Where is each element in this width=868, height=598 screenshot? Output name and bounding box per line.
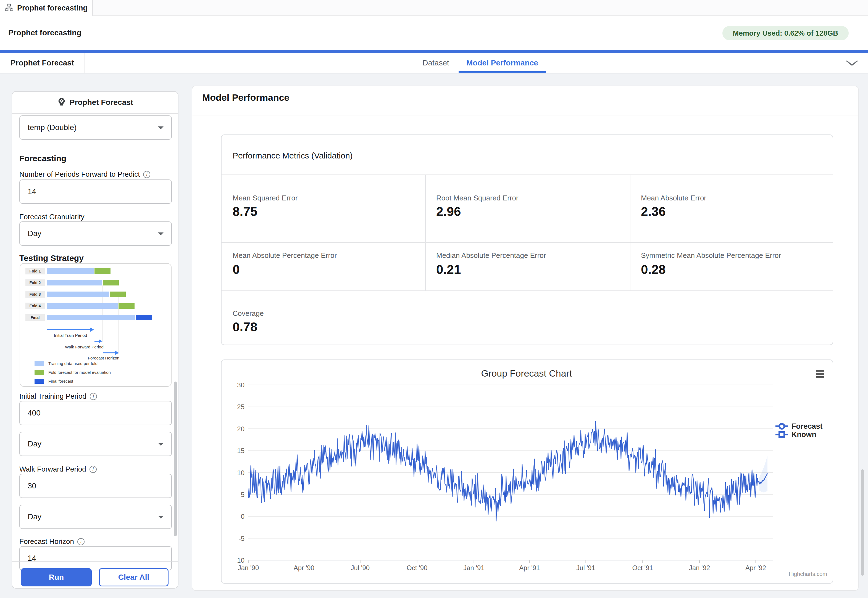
window-scrollbar[interactable] bbox=[861, 469, 864, 576]
chart-legend[interactable]: Forecast Known bbox=[775, 422, 823, 439]
row-divider bbox=[222, 175, 833, 175]
prophet-head-icon bbox=[57, 97, 66, 108]
svg-text:Fold forecast for model evalua: Fold forecast for model evaluation bbox=[48, 370, 111, 375]
metric-value: 2.96 bbox=[436, 204, 461, 219]
metric-label: Mean Absolute Percentage Error bbox=[232, 251, 337, 260]
highcharts-credit: Highcharts.com bbox=[789, 571, 827, 577]
target-column-select[interactable]: temp (Double) bbox=[19, 115, 172, 140]
svg-text:Oct '91: Oct '91 bbox=[633, 564, 653, 571]
sidebar-scrollbar[interactable] bbox=[174, 381, 177, 536]
metric-label: Root Mean Squared Error bbox=[436, 194, 519, 202]
select-arrow-icon bbox=[158, 232, 163, 238]
hamburger-menu-icon[interactable] bbox=[816, 370, 825, 378]
walk-forward-unit-select[interactable]: Day bbox=[19, 505, 172, 529]
svg-text:Jan '90: Jan '90 bbox=[238, 564, 259, 571]
recipe-tab[interactable]: Prophet Forecast bbox=[0, 53, 85, 73]
sidebar-header: Prophet Forecast bbox=[12, 92, 178, 114]
info-icon[interactable]: i bbox=[143, 171, 150, 178]
info-icon[interactable]: i bbox=[90, 466, 97, 473]
clear-all-button[interactable]: Clear All bbox=[99, 568, 168, 586]
chart-title: Group Forecast Chart bbox=[481, 368, 572, 378]
page-title: Model Performance bbox=[202, 92, 289, 103]
walk-forward-label: Walk Forward Periodi bbox=[19, 465, 97, 474]
legend-known: Known bbox=[792, 431, 816, 439]
periods-input[interactable]: 14 bbox=[19, 179, 172, 204]
svg-text:Final forecast: Final forecast bbox=[48, 379, 73, 383]
svg-text:Oct '90: Oct '90 bbox=[407, 564, 427, 571]
initial-training-label: Initial Training Periodi bbox=[19, 392, 97, 401]
tab-model-performance[interactable]: Model Performance bbox=[459, 53, 546, 73]
accent-bar bbox=[0, 50, 868, 53]
app-tab[interactable]: Prophet forecasting bbox=[0, 0, 93, 16]
svg-text:Jan '91: Jan '91 bbox=[463, 564, 484, 571]
main-panel: Model Performance Performance Metrics (V… bbox=[192, 85, 859, 591]
granularity-select[interactable]: Day bbox=[19, 221, 172, 246]
svg-text:Fold 3: Fold 3 bbox=[29, 292, 40, 296]
select-arrow-icon bbox=[158, 126, 163, 132]
flow-icon bbox=[5, 4, 13, 12]
active-tab-underline bbox=[459, 71, 546, 73]
run-button[interactable]: Run bbox=[21, 568, 92, 586]
svg-text:Forecast Horizon: Forecast Horizon bbox=[88, 356, 119, 360]
svg-text:Initial Train Period: Initial Train Period bbox=[54, 333, 87, 338]
svg-text:Training data used per fold: Training data used per fold bbox=[48, 361, 97, 366]
svg-text:Fold 2: Fold 2 bbox=[29, 281, 40, 285]
svg-text:Final: Final bbox=[31, 315, 40, 320]
svg-text:Apr '92: Apr '92 bbox=[745, 564, 766, 571]
testing-strategy-heading: Testing Strategy bbox=[19, 253, 84, 263]
metric-label: Coverage bbox=[232, 309, 264, 318]
diagram-legend: Training data used per fold Fold forecas… bbox=[34, 361, 111, 384]
target-column-value: temp (Double) bbox=[28, 123, 76, 132]
chevron-down-icon[interactable] bbox=[846, 60, 858, 67]
svg-text:-5: -5 bbox=[239, 535, 244, 542]
forecasting-heading: Forecasting bbox=[19, 154, 66, 163]
info-icon[interactable]: i bbox=[90, 393, 97, 400]
metrics-card-title: Performance Metrics (Validation) bbox=[232, 151, 353, 160]
tab-dataset[interactable]: Dataset bbox=[416, 53, 456, 73]
svg-text:5: 5 bbox=[241, 491, 244, 498]
svg-text:Walk Forward Period: Walk Forward Period bbox=[65, 345, 103, 349]
heading-divider bbox=[192, 115, 858, 115]
fold-bars bbox=[47, 268, 152, 320]
walk-forward-input[interactable]: 30 bbox=[19, 474, 172, 498]
col-divider bbox=[425, 175, 426, 290]
horizon-label: Forecast Horizoni bbox=[19, 537, 84, 546]
metric-label: Median Absolute Percentage Error bbox=[436, 251, 546, 260]
svg-text:25: 25 bbox=[237, 403, 244, 411]
testing-strategy-diagram: Fold 1 Fold 2 Fold 3 Fold 4 Final Initia… bbox=[19, 263, 172, 387]
svg-text:-10: -10 bbox=[235, 556, 244, 564]
granularity-label: Forecast Granularity bbox=[19, 212, 84, 221]
app-root: Prophet forecasting + Prophet forecastin… bbox=[0, 0, 868, 598]
metric-label: Symmetric Mean Absolute Percentage Error bbox=[641, 251, 781, 260]
row-divider bbox=[222, 242, 833, 243]
info-icon[interactable]: i bbox=[77, 538, 84, 545]
row-divider bbox=[222, 290, 833, 291]
metric-value: 0.78 bbox=[232, 320, 258, 334]
svg-text:Fold 1: Fold 1 bbox=[29, 269, 40, 273]
metric-value: 0.28 bbox=[641, 262, 666, 277]
svg-text:Jul '90: Jul '90 bbox=[351, 564, 370, 571]
config-sidebar: Prophet Forecast temp (Double) Forecasti… bbox=[12, 91, 178, 589]
metric-value: 0.21 bbox=[436, 262, 461, 277]
nav-row: Prophet Forecast Dataset Model Performan… bbox=[0, 53, 868, 73]
metric-value: 0 bbox=[232, 262, 240, 277]
svg-text:30: 30 bbox=[237, 381, 244, 389]
app-tab-title: Prophet forecasting bbox=[17, 4, 88, 12]
svg-text:Fold 4: Fold 4 bbox=[29, 304, 40, 308]
metric-label: Mean Absolute Error bbox=[641, 194, 706, 202]
button-divider bbox=[12, 561, 178, 562]
title-bar: Prophet forecasting Memory Used: 0.62% o… bbox=[0, 16, 868, 50]
svg-text:10: 10 bbox=[237, 469, 244, 477]
forecast-chart-card: Group Forecast Chart 302520151050-5-10Ja… bbox=[221, 359, 833, 584]
svg-text:Jul '91: Jul '91 bbox=[576, 564, 595, 571]
group-forecast-chart: Group Forecast Chart 302520151050-5-10Ja… bbox=[222, 360, 833, 583]
metric-label: Mean Squared Error bbox=[232, 194, 298, 202]
periods-label: Number of Periods Forward to Predicti bbox=[19, 170, 150, 179]
initial-training-unit-select[interactable]: Day bbox=[19, 432, 172, 456]
svg-text:Apr '90: Apr '90 bbox=[294, 564, 314, 571]
fold-row-labels: Fold 1 Fold 2 Fold 3 Fold 4 Final bbox=[25, 268, 45, 321]
metric-value: 2.36 bbox=[641, 204, 666, 219]
initial-training-input[interactable]: 400 bbox=[19, 401, 172, 425]
svg-text:20: 20 bbox=[237, 425, 244, 433]
horizon-input[interactable]: 14 bbox=[19, 546, 172, 570]
